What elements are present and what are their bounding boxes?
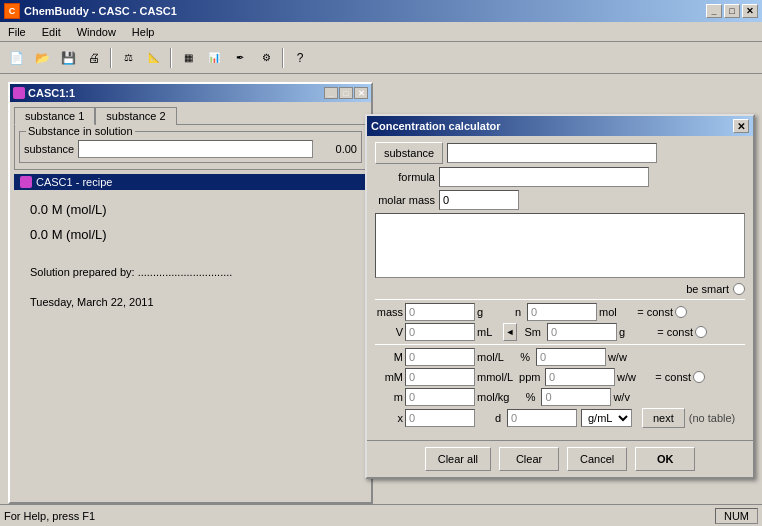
be-smart-label: be smart [686, 283, 729, 295]
eq-const3-radio[interactable] [693, 371, 705, 383]
dialog-close-button[interactable]: ✕ [733, 119, 749, 133]
substance-name-input[interactable] [447, 143, 657, 163]
formula-form-row: formula [375, 167, 745, 187]
minimize-button[interactable]: _ [706, 4, 722, 18]
app-title: ChemBuddy - CASC - CASC1 [24, 5, 177, 17]
m-input[interactable] [405, 348, 475, 366]
dialog-title-text: Concentration calculator [371, 120, 501, 132]
help-button[interactable]: ? [288, 46, 312, 70]
clear-all-button[interactable]: Clear all [425, 447, 491, 471]
eq-const2-radio[interactable] [695, 326, 707, 338]
percent2-unit: w/v [613, 391, 635, 403]
x-d-row: x d g/mL g/L kg/L next (no table) [375, 408, 745, 428]
recipe-bar: CASC1 - recipe [14, 174, 367, 190]
d-input[interactable] [507, 409, 577, 427]
substance-label: substance [24, 143, 74, 155]
save-button[interactable]: 💾 [56, 46, 80, 70]
mdi-title-icon [13, 87, 25, 99]
toolbar: 📄 📂 💾 🖨 ⚖ 📐 ▦ 📊 ✒ ⚙ ? [0, 42, 762, 74]
cancel-button[interactable]: Cancel [567, 447, 627, 471]
mdi-window: CASC1:1 _ □ ✕ substance 1 substance 2 Su… [8, 82, 373, 504]
ok-button[interactable]: OK [635, 447, 695, 471]
menu-window[interactable]: Window [69, 24, 124, 40]
percent2-input[interactable] [541, 388, 611, 406]
n-unit: mol [599, 306, 621, 318]
menu-file[interactable]: File [0, 24, 34, 40]
tool-btn-7[interactable]: ▦ [176, 46, 200, 70]
eq-const1-radio[interactable] [675, 306, 687, 318]
maximize-button[interactable]: □ [724, 4, 740, 18]
v-arrow-button[interactable]: ◄ [503, 323, 517, 341]
m-unit: mol/L [477, 351, 504, 363]
separator-2 [375, 344, 745, 345]
sm-input[interactable] [547, 323, 617, 341]
tab-substance2[interactable]: substance 2 [95, 107, 176, 125]
substance-value: 0.00 [317, 143, 357, 155]
recipe-line2: 0.0 M (mol/L) [30, 223, 351, 246]
status-num: NUM [715, 508, 758, 524]
mdi-title: CASC1:1 [28, 87, 75, 99]
menu-edit[interactable]: Edit [34, 24, 69, 40]
n-input[interactable] [527, 303, 597, 321]
mdi-minimize[interactable]: _ [324, 87, 338, 99]
molar-mass-input[interactable] [439, 190, 519, 210]
substance-groupbox: Substance in solution substance 0.00 [19, 131, 362, 163]
tool-btn-6[interactable]: 📐 [142, 46, 166, 70]
next-button[interactable]: next [642, 408, 685, 428]
ppm-unit: w/w [617, 371, 639, 383]
tool-btn-5[interactable]: ⚖ [116, 46, 140, 70]
clear-button[interactable]: Clear [499, 447, 559, 471]
mass-input[interactable] [405, 303, 475, 321]
formula-input[interactable] [439, 167, 649, 187]
concentration-calculator-dialog: Concentration calculator ✕ substance for… [365, 114, 755, 479]
menu-bar: File Edit Window Help [0, 22, 762, 42]
substance-groupbox-title: Substance in solution [26, 125, 135, 137]
dialog-buttons: Clear all Clear Cancel OK [367, 440, 753, 477]
recipe-content: 0.0 M (mol/L) 0.0 M (mol/L) Solution pre… [10, 190, 371, 320]
eq-const3: = const [641, 371, 691, 383]
n-label: n [501, 306, 521, 318]
be-smart-radio[interactable] [733, 283, 745, 295]
toolbar-separator-1 [110, 48, 112, 68]
percent-unit: w/w [608, 351, 630, 363]
percent2-label: % [515, 391, 535, 403]
percent-input[interactable] [536, 348, 606, 366]
d-unit-select[interactable]: g/mL g/L kg/L [581, 409, 632, 427]
substance-solution-input[interactable] [78, 140, 313, 158]
new-button[interactable]: 📄 [4, 46, 28, 70]
mass-n-row: mass g n mol = const [375, 303, 745, 321]
molar-mass-form-row: molar mass [375, 190, 745, 210]
recipe-icon [20, 176, 32, 188]
tool-btn-9[interactable]: ✒ [228, 46, 252, 70]
sm-label: Sm [521, 326, 541, 338]
substance-row: substance 0.00 [24, 140, 357, 158]
app-icon: C [4, 3, 20, 19]
mdi-maximize[interactable]: □ [339, 87, 353, 99]
window-controls: _ □ ✕ [706, 4, 758, 18]
dialog-title-bar: Concentration calculator ✕ [367, 116, 753, 136]
formula-label: formula [375, 171, 435, 183]
v-unit: mL [477, 326, 499, 338]
mdi-title-bar: CASC1:1 _ □ ✕ [10, 84, 371, 102]
mol-input[interactable] [405, 388, 475, 406]
ppm-input[interactable] [545, 368, 615, 386]
x-input[interactable] [405, 409, 475, 427]
dialog-content: substance formula molar mass be smart [367, 136, 753, 436]
open-button[interactable]: 📂 [30, 46, 54, 70]
v-input[interactable] [405, 323, 475, 341]
mass-label: mass [375, 306, 403, 318]
tab-substance1[interactable]: substance 1 [14, 107, 95, 125]
print-button[interactable]: 🖨 [82, 46, 106, 70]
tool-btn-8[interactable]: 📊 [202, 46, 226, 70]
mm-input[interactable] [405, 368, 475, 386]
mdi-close[interactable]: ✕ [354, 87, 368, 99]
close-button[interactable]: ✕ [742, 4, 758, 18]
description-textarea[interactable] [375, 213, 745, 278]
menu-help[interactable]: Help [124, 24, 163, 40]
molar-mass-label: molar mass [375, 194, 435, 206]
substance-lookup-button[interactable]: substance [375, 142, 443, 164]
mass-unit: g [477, 306, 499, 318]
toolbar-separator-2 [170, 48, 172, 68]
mol-unit: mol/kg [477, 391, 509, 403]
tool-btn-10[interactable]: ⚙ [254, 46, 278, 70]
